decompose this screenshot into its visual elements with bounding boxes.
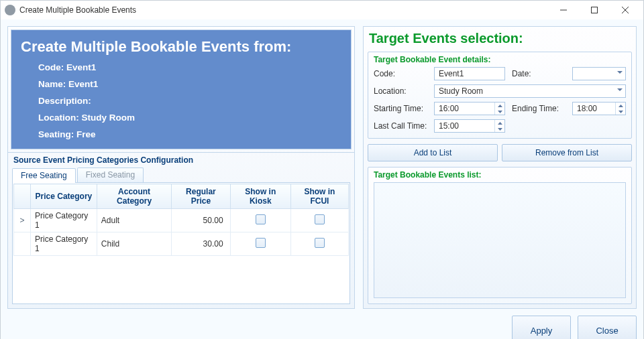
spin-buttons[interactable] — [615, 103, 625, 115]
spin-down-icon[interactable] — [495, 109, 504, 115]
date-dropdown[interactable] — [572, 67, 626, 80]
checkbox-icon[interactable] — [256, 238, 266, 248]
apply-button[interactable]: Apply — [512, 316, 571, 339]
label-last-call-time: Last Call Time: — [374, 121, 427, 131]
grid-col-account-category[interactable]: Account Category — [97, 184, 171, 209]
cell-account-category[interactable]: Adult — [97, 209, 171, 232]
spin-down-icon[interactable] — [616, 109, 625, 115]
source-location-line: LocationStudy Room — [38, 113, 341, 123]
source-code-line: CodeEvent1 — [38, 62, 341, 72]
location-dropdown[interactable]: Study Room — [434, 84, 626, 98]
main-row: Create Multiple Bookable Events from: Co… — [7, 26, 637, 309]
target-heading: Target Events selection: — [369, 31, 632, 46]
client-area: Create Multiple Bookable Events from: Co… — [1, 19, 643, 339]
target-events-list[interactable] — [374, 182, 626, 298]
grid-empty-area — [13, 256, 349, 303]
cell-account-category[interactable]: Child — [97, 232, 171, 256]
label-date: Date: — [512, 69, 566, 78]
target-details-title: Target Bookable Event details: — [368, 52, 631, 64]
source-heading: Create Multiple Bookable Events from: — [21, 38, 341, 56]
pricing-tabs: Free Seating Fixed Seating — [8, 167, 354, 182]
target-list-group: Target Bookable Events list: — [368, 167, 632, 304]
checkbox-icon[interactable] — [315, 214, 325, 224]
source-name-value: Event1 — [68, 79, 98, 89]
cell-price-category[interactable]: Price Category 1 — [31, 209, 97, 232]
source-seating-value: Free — [76, 129, 96, 139]
grid-col-show-kiosk[interactable]: Show in Kiosk — [230, 184, 290, 209]
source-seating-line: SeatingFree — [38, 129, 341, 139]
source-name-line: NameEvent1 — [38, 79, 341, 89]
label-starting-time: Starting Time: — [374, 104, 427, 113]
grid-row[interactable]: > Price Category 1 Adult 50.00 — [14, 209, 349, 232]
spin-down-icon[interactable] — [495, 126, 504, 132]
close-button[interactable] — [610, 1, 641, 19]
grid-col-regular-price[interactable]: Regular Price — [172, 184, 230, 209]
cell-show-fcui[interactable] — [290, 232, 348, 256]
grid-col-marker[interactable] — [14, 184, 31, 209]
code-input[interactable]: Event1 — [434, 67, 505, 80]
checkbox-icon[interactable] — [315, 238, 325, 248]
spin-up-icon[interactable] — [616, 103, 625, 109]
target-list-title: Target Bookable Events list: — [368, 167, 631, 180]
grid-col-price-category[interactable]: Price Category — [31, 184, 97, 209]
target-buttons-row: Add to List Remove from List — [368, 144, 632, 161]
source-description-line: Description — [38, 96, 341, 106]
tab-fixed-seating[interactable]: Fixed Seating — [77, 167, 144, 182]
grid-col-show-fcui[interactable]: Show in FCUI — [290, 184, 348, 209]
close-dialog-button[interactable]: Close — [578, 316, 637, 339]
cell-price-category[interactable]: Price Category 1 — [31, 232, 97, 256]
cell-show-kiosk[interactable] — [230, 209, 290, 232]
source-code-value: Event1 — [66, 62, 96, 72]
window-title: Create Multiple Bookable Events — [19, 5, 136, 15]
spin-buttons[interactable] — [494, 120, 504, 132]
svg-rect-0 — [592, 7, 598, 13]
source-header: Create Multiple Bookable Events from: Co… — [11, 29, 352, 149]
label-code: Code: — [374, 69, 427, 78]
target-details-group: Target Bookable Event details: Code: Eve… — [368, 52, 632, 139]
label-ending-time: Ending Time: — [512, 104, 566, 113]
grid-row[interactable]: Price Category 1 Child 30.00 — [14, 232, 349, 256]
maximize-button[interactable] — [579, 1, 610, 19]
cell-show-kiosk[interactable] — [230, 232, 290, 256]
cell-regular-price[interactable]: 30.00 — [172, 232, 230, 256]
minimize-button[interactable] — [548, 1, 579, 19]
spin-up-icon[interactable] — [495, 120, 504, 126]
add-to-list-button[interactable]: Add to List — [368, 144, 498, 161]
starting-time-input[interactable]: 16:00 — [434, 102, 505, 115]
grid-row-marker: > — [14, 209, 31, 232]
ending-time-input[interactable]: 18:00 — [572, 102, 626, 115]
pricing-grid: Price Category Account Category Regular … — [12, 182, 350, 304]
label-location: Location: — [374, 86, 427, 96]
app-icon — [5, 5, 15, 15]
titlebar: Create Multiple Bookable Events — [1, 1, 643, 19]
target-details-form: Code: Event1 Date: Location: Study Room … — [368, 64, 631, 138]
pricing-section-title: Source Event Pricing Categories Configur… — [8, 152, 354, 166]
spin-buttons[interactable] — [494, 103, 504, 115]
remove-from-list-button[interactable]: Remove from List — [502, 144, 632, 161]
grid-header-row: Price Category Account Category Regular … — [14, 184, 349, 209]
cell-regular-price[interactable]: 50.00 — [172, 209, 230, 232]
cell-show-fcui[interactable] — [290, 209, 348, 232]
target-panel: Target Events selection: Target Bookable… — [363, 26, 637, 309]
source-location-value: Study Room — [82, 113, 136, 123]
app-window: Create Multiple Bookable Events Create M… — [0, 0, 644, 339]
tab-free-seating[interactable]: Free Seating — [12, 168, 76, 183]
last-call-time-input[interactable]: 15:00 — [434, 119, 505, 133]
footer: Apply Close — [7, 316, 637, 339]
source-panel: Create Multiple Bookable Events from: Co… — [7, 26, 355, 309]
grid-row-marker — [14, 232, 31, 256]
spin-up-icon[interactable] — [495, 103, 504, 109]
checkbox-icon[interactable] — [256, 214, 266, 224]
